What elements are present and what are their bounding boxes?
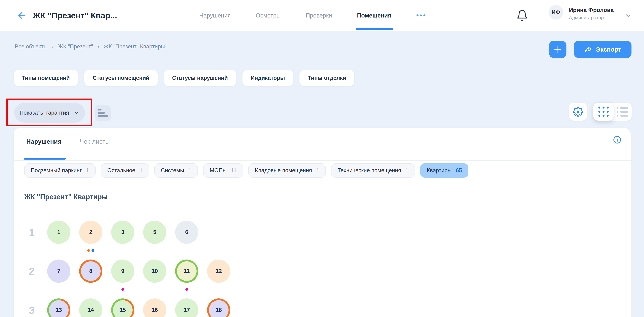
export-button[interactable]: Экспорт (574, 41, 632, 58)
room-circle-12[interactable]: 12 (207, 260, 230, 283)
breadcrumb-item-1[interactable]: ЖК "Презент" (58, 43, 93, 50)
category-chip-6[interactable]: Квартиры65 (420, 163, 468, 178)
top-header: ЖК "Презент" Квар... НарушенияОсмотрыПро… (0, 0, 644, 31)
room-circle-7[interactable]: 7 (47, 260, 70, 283)
notifications-button[interactable] (516, 9, 528, 22)
breadcrumb: Все объекты›ЖК "Презент"›ЖК "Презент" Кв… (15, 43, 165, 50)
room-circle-5[interactable]: 5 (143, 221, 166, 244)
category-count: 1 (316, 167, 319, 174)
user-menu-chevron[interactable] (625, 12, 632, 19)
active-tab-underline (24, 158, 66, 160)
filter-chip-3[interactable]: Индикаторы (242, 70, 293, 86)
filter-chip-1[interactable]: Статусы помещений (84, 70, 158, 86)
row-label: 1 (25, 226, 39, 238)
tab-violations[interactable]: Нарушения (26, 138, 62, 145)
sort-button[interactable] (95, 105, 111, 121)
status-dots (88, 249, 94, 252)
room-circle-16[interactable]: 16 (143, 299, 166, 317)
nav-tab-3[interactable]: Помещения (357, 0, 391, 31)
tab-checklists[interactable]: Чек-листы (80, 138, 110, 145)
category-count: 11 (231, 167, 236, 174)
row-cells: 131415161718 (47, 299, 230, 317)
user-role: Администратор (569, 15, 614, 20)
chevron-down-icon (74, 110, 80, 116)
status-dot-pink (186, 288, 188, 291)
room-number: 18 (209, 300, 228, 317)
room-number: 9 (111, 260, 134, 283)
list-view-icon (617, 107, 628, 117)
room-number: 1 (47, 221, 70, 244)
room-circle-18[interactable]: 18 (207, 299, 230, 317)
room-number: 16 (143, 299, 166, 317)
more-menu-button[interactable]: ••• (416, 11, 427, 19)
filter-chip-2[interactable]: Статусы нарушений (164, 70, 236, 86)
breadcrumb-item-2[interactable]: ЖК "Презент" Квартиры (104, 43, 165, 50)
category-label: Кладовые помещения (255, 167, 312, 174)
room-circle-17[interactable]: 17 (175, 299, 198, 317)
room-number: 8 (81, 261, 100, 281)
category-chip-2[interactable]: Системы1 (154, 163, 198, 178)
category-label: Системы (161, 167, 184, 174)
main-nav: НарушенияОсмотрыПроверкиПомещения••• (199, 0, 427, 31)
status-dot-pink (122, 288, 124, 291)
nav-tab-2[interactable]: Проверки (306, 0, 332, 31)
filter-chip-0[interactable]: Типы помещений (14, 70, 78, 86)
room-circle-3[interactable]: 3 (111, 221, 134, 244)
info-icon (613, 135, 622, 144)
room-number: 10 (143, 260, 166, 283)
row-cells: 789101112 (47, 260, 230, 283)
room-circle-1[interactable]: 1 (47, 221, 70, 244)
filter-chip-4[interactable]: Типы отделки (300, 70, 354, 86)
room-circle-11[interactable]: 11 (175, 260, 198, 283)
room-number: 12 (207, 260, 230, 283)
filter-chip-row: Типы помещенийСтатусы помещенийСтатусы н… (14, 70, 354, 86)
back-button[interactable] (16, 10, 28, 21)
room-number: 2 (79, 221, 102, 244)
settings-button[interactable] (569, 103, 587, 121)
room-circle-13[interactable]: 13 (47, 299, 70, 317)
category-chip-4[interactable]: Кладовые помещения1 (248, 163, 326, 178)
row-cells: 12356 (47, 221, 198, 244)
export-label: Экспорт (596, 46, 621, 53)
category-chip-1[interactable]: Остальное1 (101, 163, 149, 178)
grid-row-1: 112356 (25, 221, 198, 244)
show-filter-label: Показать: гарантия (20, 110, 69, 116)
room-circle-10[interactable]: 10 (143, 260, 166, 283)
category-count: 1 (140, 167, 142, 174)
room-circle-2[interactable]: 2 (79, 221, 102, 244)
content-card: Нарушения Чек-листы Подземный паркинг1Ос… (14, 128, 631, 317)
category-chip-3[interactable]: МОПы11 (203, 163, 243, 178)
breadcrumb-item-0[interactable]: Все объекты (15, 43, 48, 50)
divider (14, 160, 631, 161)
status-dots (122, 288, 124, 291)
breadcrumb-separator: › (97, 43, 99, 50)
grid-view-button[interactable] (593, 103, 614, 121)
category-label: Технические помещения (338, 167, 401, 174)
breadcrumb-separator: › (52, 43, 54, 50)
sort-icon (98, 109, 108, 117)
room-number: 11 (177, 261, 196, 281)
nav-tab-0[interactable]: Нарушения (199, 0, 231, 31)
category-count: 1 (405, 167, 408, 174)
info-button[interactable] (613, 135, 622, 144)
room-circle-14[interactable]: 14 (79, 299, 102, 317)
room-number: 5 (143, 221, 166, 244)
view-toggle (593, 103, 632, 121)
status-dots (186, 288, 188, 291)
nav-tab-1[interactable]: Осмотры (256, 0, 281, 31)
list-view-button[interactable] (613, 103, 632, 121)
row-label: 3 (25, 304, 39, 316)
avatar[interactable]: ИФ (548, 5, 563, 20)
section-title: ЖК "Презент" Квартиры (24, 193, 108, 201)
room-number: 17 (175, 299, 198, 317)
category-chip-5[interactable]: Технические помещения1 (331, 163, 415, 178)
room-number: 13 (49, 300, 68, 317)
category-chip-0[interactable]: Подземный паркинг1 (24, 163, 96, 178)
room-circle-6[interactable]: 6 (175, 221, 198, 244)
room-circle-9[interactable]: 9 (111, 260, 134, 283)
room-circle-8[interactable]: 8 (79, 260, 102, 283)
show-filter-dropdown[interactable]: Показать: гарантия (14, 103, 85, 123)
add-button[interactable] (549, 41, 566, 58)
room-circle-15[interactable]: 15 (111, 299, 134, 317)
user-menu[interactable]: Ирина Фролова Администратор (569, 7, 614, 20)
